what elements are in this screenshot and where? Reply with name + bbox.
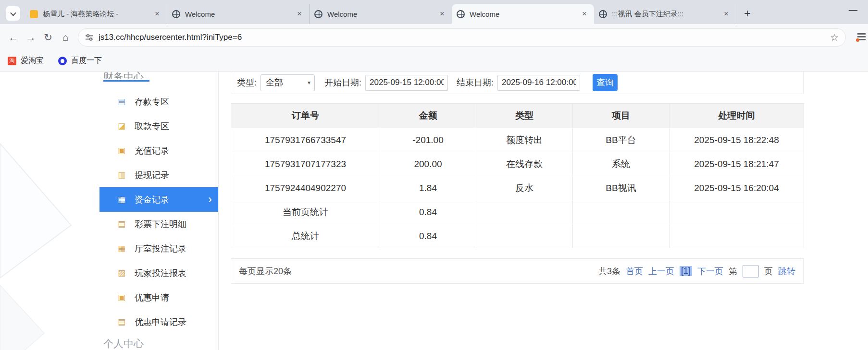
- table-cell: [476, 224, 573, 248]
- sidebar-item-hall-bet-records[interactable]: ▦厅室投注记录: [99, 236, 218, 261]
- bookmark-star-icon[interactable]: ☆: [830, 32, 839, 43]
- tab-close-icon[interactable]: ×: [580, 9, 589, 19]
- sidebar-item-label: 充值记录: [135, 145, 169, 157]
- tab-title: :::视讯 会员下注纪录:::: [612, 10, 721, 19]
- tab-search-button[interactable]: [6, 6, 20, 21]
- table-cell: 反水: [476, 176, 573, 200]
- window-minimize-button[interactable]: —: [849, 5, 857, 15]
- sidebar-footer-title: 个人中心: [103, 337, 144, 350]
- browser-tab[interactable]: :::视讯 会员下注纪录:::×: [594, 4, 736, 24]
- jump-button[interactable]: 跳转: [778, 266, 795, 277]
- type-filter-label: 类型:: [237, 77, 257, 88]
- end-date-input[interactable]: [497, 75, 580, 91]
- table-cell: -201.00: [380, 128, 476, 152]
- sidebar-item-withdraw-zone[interactable]: ◪取款专区: [99, 114, 218, 138]
- tab-close-icon[interactable]: ×: [152, 9, 162, 19]
- bookmark-label: 爱淘宝: [21, 56, 44, 66]
- withdraw-coins-icon: ◪: [118, 121, 128, 131]
- browser-panel-icon[interactable]: [856, 32, 868, 42]
- sidebar-section-header: 财务中心: [99, 72, 218, 82]
- bookmark-item[interactable]: 淘爱淘宝: [8, 56, 44, 66]
- sidebar-menu: ▤存款专区◪取款专区▣充值记录▥提现记录▦资金记录›▤彩票下注明细▦厅室投注记录…: [99, 89, 218, 334]
- table-header-row: 订单号金额类型项目处理时间: [231, 104, 804, 128]
- tab-title: Welcome: [470, 10, 580, 18]
- browser-tab[interactable]: Welcome×: [452, 4, 594, 24]
- tab-close-icon[interactable]: ×: [437, 9, 447, 19]
- back-icon[interactable]: ←: [5, 29, 22, 46]
- sidebar-item-withdrawal-records[interactable]: ▥提现记录: [99, 163, 218, 187]
- jump-label-post: 页: [764, 266, 773, 277]
- page-size-text: 每页显示20条: [239, 266, 292, 277]
- current-page-indicator[interactable]: [1]: [680, 266, 692, 276]
- sidebar-item-recharge-records[interactable]: ▣充值记录: [99, 138, 218, 163]
- table-cell: [670, 224, 804, 248]
- tab-close-icon[interactable]: ×: [295, 9, 304, 19]
- baidu-favicon: [58, 57, 67, 65]
- column-header: 项目: [573, 104, 670, 128]
- start-date-input[interactable]: [365, 75, 448, 91]
- table-body: 1757931766733547-201.00额度转出BB平台2025-09-1…: [231, 128, 804, 248]
- table-cell: 1757931707177323: [231, 152, 380, 176]
- table-cell: 在线存款: [476, 152, 573, 176]
- search-button[interactable]: 查询: [593, 74, 618, 91]
- tab-title: Welcome: [327, 10, 437, 18]
- globe-favicon-icon: [599, 10, 607, 18]
- browser-tab[interactable]: Welcome×: [167, 4, 310, 24]
- column-header: 处理时间: [670, 104, 804, 128]
- tab-close-icon[interactable]: ×: [721, 9, 731, 19]
- chevron-right-icon: ›: [208, 192, 212, 205]
- bookmark-item[interactable]: 百度一下: [58, 56, 102, 66]
- table-cell: 额度转出: [476, 128, 573, 152]
- first-page-link[interactable]: 首页: [626, 266, 643, 277]
- funds-record-icon: ▦: [118, 194, 128, 205]
- table-cell: 总统计: [231, 224, 380, 248]
- table-cell: 1757924404902270: [231, 176, 380, 200]
- prev-page-link[interactable]: 上一页: [648, 266, 674, 277]
- sidebar-item-promo-application-records[interactable]: ▤优惠申请记录: [99, 310, 218, 334]
- records-table: 订单号金额类型项目处理时间 1757931766733547-201.00额度转…: [231, 103, 804, 248]
- sidebar-item-promo-application[interactable]: ▣优惠申请: [99, 285, 218, 310]
- column-header: 金额: [380, 104, 476, 128]
- sidebar-item-funds-records[interactable]: ▦资金记录›: [99, 187, 218, 212]
- sidebar-item-label: 厅室投注记录: [135, 243, 186, 254]
- table-cell: 0.84: [380, 224, 476, 248]
- sidebar-item-label: 取款专区: [135, 121, 169, 132]
- forward-icon[interactable]: →: [22, 29, 39, 46]
- tab-title: Welcome: [185, 10, 295, 18]
- table-cell: [573, 200, 670, 224]
- sidebar-item-deposit-zone[interactable]: ▤存款专区: [99, 89, 218, 114]
- sidebar-section-title: 财务中心: [103, 72, 218, 79]
- page-number-input[interactable]: [743, 265, 759, 278]
- table-cell: BB平台: [573, 128, 670, 152]
- sidebar-item-lottery-bet-details[interactable]: ▤彩票下注明细: [99, 212, 218, 236]
- table-row: 当前页统计0.84: [231, 200, 804, 224]
- pagination-controls: 共3条 首页 上一页 [1] 下一页 第 页 跳转: [598, 265, 795, 278]
- table-cell: 200.00: [380, 152, 476, 176]
- type-select[interactable]: 全部: [260, 74, 315, 91]
- home-icon[interactable]: ⌂: [57, 29, 74, 46]
- reload-icon[interactable]: ↻: [39, 29, 57, 46]
- sidebar-item-player-bet-report[interactable]: ▨玩家投注报表: [99, 261, 218, 285]
- pagination-bar: 每页显示20条 共3条 首页 上一页 [1] 下一页 第 页 跳转: [231, 258, 804, 284]
- browser-tab[interactable]: Welcome×: [310, 4, 452, 24]
- table-cell: 当前页统计: [231, 200, 380, 224]
- address-bar[interactable]: js13.cc/hhcp/usercenter.html?iniType=6 ☆: [78, 28, 846, 47]
- sidebar: 财务中心 ▤存款专区◪取款专区▣充值记录▥提现记录▦资金记录›▤彩票下注明细▦厅…: [99, 72, 219, 350]
- sidebar-item-label: 优惠申请记录: [135, 316, 186, 328]
- lottery-detail-icon: ▤: [118, 219, 128, 229]
- total-count-text: 共3条: [598, 266, 620, 277]
- withdrawal-record-icon: ▥: [118, 170, 128, 180]
- jump-label-pre: 第: [729, 266, 737, 277]
- taobao-favicon: 淘: [8, 57, 16, 65]
- next-page-link[interactable]: 下一页: [697, 266, 723, 277]
- promo-record-icon: ▤: [118, 317, 128, 327]
- site-settings-icon[interactable]: [85, 33, 94, 42]
- globe-favicon-icon: [457, 10, 465, 18]
- browser-tab[interactable]: 杨雪儿 - 海燕策略论坛 -×: [25, 4, 167, 24]
- tab-title: 杨雪儿 - 海燕策略论坛 -: [43, 10, 152, 19]
- deposit-card-icon: ▤: [118, 97, 128, 107]
- end-date-label: 结束日期:: [457, 77, 494, 88]
- recharge-record-icon: ▣: [118, 145, 128, 156]
- url-text[interactable]: js13.cc/hhcp/usercenter.html?iniType=6: [99, 33, 830, 42]
- new-tab-button[interactable]: +: [740, 6, 755, 21]
